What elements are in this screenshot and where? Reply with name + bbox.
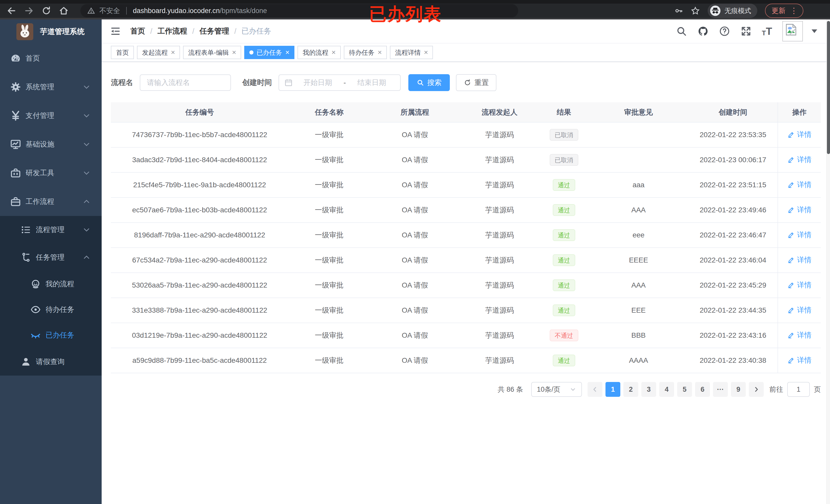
reload-icon[interactable] bbox=[41, 6, 51, 15]
detail-link[interactable]: 详情 bbox=[788, 230, 811, 240]
detail-link[interactable]: 详情 bbox=[788, 155, 811, 165]
tab[interactable]: 首页× bbox=[111, 46, 134, 59]
app-logo-row[interactable]: 芋道管理系统 bbox=[0, 20, 102, 44]
result-badge: 通过 bbox=[553, 304, 575, 316]
avatar[interactable] bbox=[783, 21, 803, 41]
update-label[interactable]: 更新 bbox=[772, 6, 786, 15]
start-date-placeholder[interactable]: 开始日期 bbox=[294, 78, 341, 88]
sidebar-item-system[interactable]: 系统管理 bbox=[0, 73, 102, 101]
detail-link[interactable]: 详情 bbox=[788, 355, 811, 365]
detail-link[interactable]: 详情 bbox=[788, 305, 811, 315]
search-button[interactable]: 搜索 bbox=[408, 74, 450, 91]
fullscreen-icon[interactable] bbox=[740, 26, 752, 37]
forward-icon[interactable] bbox=[24, 6, 34, 15]
next-page-button[interactable] bbox=[749, 382, 764, 397]
detail-link[interactable]: 详情 bbox=[788, 280, 811, 290]
avatar-dropdown-caret[interactable] bbox=[811, 29, 817, 33]
sidebar-item-dev-tools[interactable]: 研发工具 bbox=[0, 159, 102, 187]
font-size-icon[interactable]: TT bbox=[762, 26, 772, 37]
browser-menu-dots-icon[interactable]: ⋮ bbox=[790, 7, 798, 14]
page-number-button[interactable]: 6 bbox=[695, 382, 710, 397]
close-icon[interactable]: × bbox=[171, 49, 175, 56]
sidebar-item-payment[interactable]: 支付管理 bbox=[0, 101, 102, 130]
sidebar-item-todo-tasks[interactable]: 待办任务 bbox=[0, 297, 102, 322]
page-number-button[interactable]: 3 bbox=[641, 382, 656, 397]
bookmark-star-icon[interactable] bbox=[691, 6, 700, 15]
breadcrumb-item[interactable]: 工作流程 bbox=[157, 26, 187, 36]
cell-actions: 详情 bbox=[778, 223, 821, 248]
page-number-button[interactable]: 9 bbox=[731, 382, 746, 397]
sidebar-item-process-management[interactable]: 流程管理 bbox=[0, 216, 102, 243]
briefcase-icon bbox=[10, 196, 22, 207]
close-icon[interactable]: × bbox=[331, 49, 336, 56]
cell-comment: AAA bbox=[588, 198, 689, 223]
sidebar-toggle-icon[interactable] bbox=[110, 26, 121, 37]
page-number-button[interactable]: ··· bbox=[713, 382, 728, 397]
home-icon[interactable] bbox=[59, 6, 69, 15]
help-icon[interactable] bbox=[719, 26, 730, 37]
col-result: 结果 bbox=[539, 102, 588, 122]
cell-actions: 详情 bbox=[778, 198, 821, 223]
page-number-button[interactable]: 2 bbox=[624, 382, 638, 397]
process-name-input[interactable] bbox=[140, 74, 231, 91]
edit-pencil-icon bbox=[788, 357, 795, 364]
close-icon[interactable]: × bbox=[232, 49, 236, 56]
back-icon[interactable] bbox=[7, 6, 17, 15]
table-row: 53026aa5-7b9a-11ec-a290-acde48001122 一级审… bbox=[111, 273, 821, 298]
github-icon[interactable] bbox=[697, 26, 709, 37]
tab[interactable]: 已办任务× bbox=[244, 46, 294, 59]
sidebar-item-task-management[interactable]: 任务管理 bbox=[0, 243, 102, 271]
goto-page-input[interactable] bbox=[787, 382, 810, 397]
close-icon[interactable]: × bbox=[424, 49, 428, 56]
incognito-label: 无痕模式 bbox=[725, 6, 751, 15]
sidebar-item-my-process[interactable]: 我的流程 bbox=[0, 271, 102, 297]
cell-comment bbox=[588, 147, 689, 172]
cell-actions: 详情 bbox=[778, 172, 821, 198]
page-size-select[interactable]: 10条/页 bbox=[531, 382, 582, 397]
url-bar[interactable]: 不安全 dashboard.yudao.iocoder.cn/bpm/task/… bbox=[81, 4, 518, 18]
end-date-placeholder[interactable]: 结束日期 bbox=[348, 78, 395, 88]
chevron-down-icon bbox=[83, 112, 90, 120]
breadcrumb-item[interactable]: 首页 bbox=[130, 26, 145, 36]
detail-link[interactable]: 详情 bbox=[788, 255, 811, 265]
search-icon[interactable] bbox=[676, 26, 687, 37]
cell-created: 2022-01-22 23:46:47 bbox=[689, 223, 778, 248]
result-badge: 通过 bbox=[553, 179, 575, 191]
sidebar-item-leave-query[interactable]: 请假查询 bbox=[0, 348, 102, 376]
reset-button[interactable]: 重置 bbox=[456, 74, 497, 91]
close-icon[interactable]: × bbox=[285, 49, 289, 56]
broken-image-icon bbox=[784, 23, 798, 37]
date-range-picker[interactable]: 开始日期 - 结束日期 bbox=[279, 74, 401, 91]
update-button[interactable]: 更新 ⋮ bbox=[765, 4, 803, 18]
page-number-button[interactable]: 5 bbox=[677, 382, 692, 397]
dashboard-icon bbox=[10, 53, 22, 64]
scrollbar-thumb[interactable] bbox=[827, 21, 830, 154]
sidebar-item-workflow[interactable]: 工作流程 bbox=[0, 187, 102, 216]
prev-page-button[interactable] bbox=[587, 382, 602, 397]
tab[interactable]: 流程详情× bbox=[390, 46, 433, 59]
breadcrumb-item[interactable]: 任务管理 bbox=[199, 26, 229, 36]
sidebar-item-infrastructure[interactable]: 基础设施 bbox=[0, 130, 102, 159]
page-number-button[interactable]: 4 bbox=[659, 382, 674, 397]
detail-link[interactable]: 详情 bbox=[788, 130, 811, 139]
cell-created: 2022-01-22 23:49:46 bbox=[689, 198, 778, 223]
tab[interactable]: 流程表单-编辑× bbox=[183, 46, 241, 59]
sidebar-item-home[interactable]: 首页 bbox=[0, 44, 102, 73]
sidebar-item-label: 我的流程 bbox=[45, 279, 74, 289]
page-number-button[interactable]: 1 bbox=[605, 382, 620, 397]
sidebar-item-done-tasks[interactable]: 已办任务 bbox=[0, 322, 102, 348]
cell-starter: 芋道源码 bbox=[460, 348, 539, 373]
security-label[interactable]: 不安全 bbox=[99, 6, 120, 15]
detail-link[interactable]: 详情 bbox=[788, 205, 811, 215]
detail-link[interactable]: 详情 bbox=[788, 180, 811, 190]
cell-created: 2022-01-23 00:06:17 bbox=[689, 147, 778, 172]
detail-link[interactable]: 详情 bbox=[788, 330, 811, 340]
cell-created: 2022-01-22 23:40:38 bbox=[689, 348, 778, 373]
total-count: 共 86 条 bbox=[498, 385, 523, 394]
close-icon[interactable]: × bbox=[378, 49, 382, 56]
tab[interactable]: 待办任务× bbox=[344, 46, 387, 59]
password-key-icon[interactable] bbox=[674, 6, 683, 15]
not-secure-warning-icon bbox=[87, 7, 95, 15]
tab[interactable]: 发起流程× bbox=[137, 46, 180, 59]
tab[interactable]: 我的流程× bbox=[297, 46, 341, 59]
